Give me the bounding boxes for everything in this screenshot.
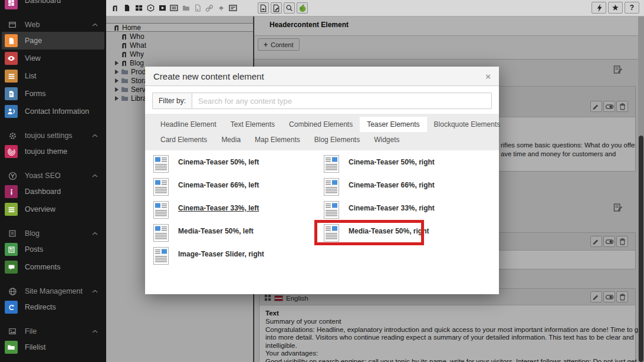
docheader-buttons	[258, 2, 308, 14]
text-element-icon[interactable]	[229, 4, 237, 13]
modal-header: Create new content element ×	[145, 67, 499, 86]
info-icon	[5, 185, 18, 198]
page-content-icon[interactable]	[193, 4, 202, 13]
sidebar-section-site-management[interactable]: Site Management	[0, 284, 106, 298]
chevron-up-icon	[92, 330, 98, 333]
help-button[interactable]: ?	[625, 2, 639, 14]
teaser-right-icon	[324, 201, 339, 219]
globe-icon	[8, 287, 17, 296]
tab-card-elements[interactable]: Card Elements	[153, 132, 214, 147]
content-element-icon[interactable]	[170, 4, 178, 13]
search-button[interactable]	[284, 2, 295, 14]
forms-icon	[5, 87, 18, 100]
web-icon	[8, 20, 17, 29]
close-icon[interactable]: ×	[485, 72, 491, 81]
eye-icon	[5, 52, 18, 65]
chevron-up-icon	[92, 174, 98, 177]
tab-widgets[interactable]: Widgets	[367, 132, 406, 147]
new-document-icon[interactable]	[123, 4, 131, 13]
sidebar-item-yoast-dashboard[interactable]: Dashboard	[0, 183, 106, 200]
section-label: Blog	[25, 229, 40, 238]
sidebar-item-label: List	[25, 72, 36, 80]
chevron-up-icon	[92, 23, 98, 27]
link-icon[interactable]	[205, 4, 213, 13]
folder-icon	[5, 341, 18, 354]
sidebar-item-label: Filelist	[25, 343, 45, 351]
sidebar-section-file[interactable]: File	[0, 324, 106, 338]
sidebar-item-posts[interactable]: Posts	[0, 241, 106, 258]
folder-icon[interactable]	[182, 4, 190, 13]
overview-icon	[5, 203, 18, 216]
sidebar-item-redirects[interactable]: Redirects	[0, 298, 106, 316]
doc-header: ÷ ★ ?	[106, 0, 644, 17]
content-grid-icon[interactable]	[134, 4, 143, 13]
tab-media[interactable]: Media	[214, 132, 248, 147]
sidebar-item-filelist[interactable]: Filelist	[0, 338, 106, 356]
sidebar-item-label: Overview	[25, 205, 55, 213]
sidebar-item-overview[interactable]: Overview	[0, 200, 106, 218]
sidebar-item-contact-information[interactable]: Contact Information	[0, 103, 106, 120]
sidebar-item-page[interactable]: Page	[2, 32, 104, 50]
toolbar-right-buttons: ★ ?	[592, 2, 639, 14]
section-label: File	[25, 327, 37, 335]
view-webpage-button[interactable]	[258, 2, 269, 14]
teaser-left-icon	[153, 178, 169, 196]
content-item-cinema-teaser-33-left[interactable]: Cinema-Teaser 33%, left	[153, 201, 324, 224]
content-item-cinema-teaser-50-left[interactable]: Cinema-Teaser 50%, left	[153, 155, 324, 178]
redirect-icon	[5, 301, 18, 314]
content-item-image-teaser-slider-right[interactable]: Image-Teaser Slider, right	[153, 247, 324, 270]
contact-icon	[5, 105, 18, 118]
bookmark-button[interactable]: ★	[608, 2, 623, 14]
typo3-page-icon[interactable]	[111, 4, 119, 13]
sidebar-item-dashboard[interactable]: Dashboard	[0, 0, 106, 9]
chevron-up-icon	[92, 134, 98, 137]
sidebar-item-comments[interactable]: Comments	[0, 258, 106, 276]
content-item-media-teaser-50-left[interactable]: Media-Teaser 50%, left	[153, 224, 324, 247]
divider-icon[interactable]: ÷	[217, 4, 225, 13]
chevron-up-icon	[92, 289, 98, 293]
tab-map-elements[interactable]: Map Elements	[248, 132, 307, 147]
typo3-backend: Dashboard Web Page View List Forms Conta…	[0, 0, 644, 362]
edit-page-button[interactable]	[271, 2, 282, 14]
content-item-cinema-teaser-66-right[interactable]: Cinema-Teaser 66%, right	[324, 178, 494, 201]
sidebar-item-label: Redirects	[25, 303, 56, 311]
content-item-media-teaser-50-right[interactable]: Media-Teaser 50%, right	[324, 224, 494, 247]
tab-headline-element[interactable]: Headline Element	[153, 117, 224, 132]
module-sidebar: Dashboard Web Page View List Forms Conta…	[0, 0, 106, 362]
content-item-cinema-teaser-50-right[interactable]: Cinema-Teaser 50%, right	[324, 155, 494, 178]
tab-blog-elements[interactable]: Blog Elements	[307, 132, 367, 147]
tab-teaser-elements[interactable]: Teaser Elements	[360, 117, 426, 132]
shortcut-icon[interactable]	[146, 4, 155, 13]
media-icon[interactable]	[158, 4, 166, 13]
filter-input[interactable]	[192, 93, 492, 109]
sidebar-section-blog[interactable]: Blog	[0, 226, 106, 241]
section-label: Site Management	[25, 287, 83, 295]
tab-blockquote-elements[interactable]: Blockquote Elements	[427, 117, 508, 132]
chevron-up-icon	[92, 232, 98, 235]
sidebar-item-label: Posts	[25, 245, 43, 254]
content-item-cinema-teaser-33-right[interactable]: Cinema-Teaser 33%, right	[324, 201, 494, 224]
sidebar-item-label: Comments	[25, 263, 60, 271]
sidebar-section-yoast-seo[interactable]: Yoast SEO	[0, 169, 106, 183]
tab-text-elements[interactable]: Text Elements	[224, 117, 282, 132]
toujou-extension-icon[interactable]	[297, 2, 308, 14]
image-icon	[8, 327, 17, 336]
sidebar-section-web[interactable]: Web	[0, 18, 106, 32]
sidebar-item-label: Forms	[25, 90, 45, 98]
content-item-cinema-teaser-66-left[interactable]: Cinema-Teaser 66%, left	[153, 178, 324, 201]
element-category-tabs: Headline Element Text Elements Combined …	[145, 114, 499, 150]
page-icon	[5, 34, 18, 47]
teaser-right-icon	[324, 224, 339, 242]
teaser-left-icon	[153, 224, 169, 242]
filter-label: Filter by:	[152, 93, 192, 109]
teaser-left-icon	[153, 155, 169, 173]
sidebar-item-label: Dashboard	[25, 0, 61, 5]
sidebar-item-toujou-theme[interactable]: toujou theme	[0, 143, 106, 160]
sidebar-item-forms[interactable]: Forms	[0, 85, 106, 103]
sidebar-item-list[interactable]: List	[0, 67, 106, 85]
create-content-modal: Create new content element × Filter by: …	[145, 67, 499, 294]
clear-cache-button[interactable]	[592, 2, 606, 14]
sidebar-item-view[interactable]: View	[0, 50, 106, 67]
tab-combined-elements[interactable]: Combined Elements	[282, 117, 360, 132]
sidebar-section-toujou-settings[interactable]: toujou settings	[0, 129, 106, 143]
